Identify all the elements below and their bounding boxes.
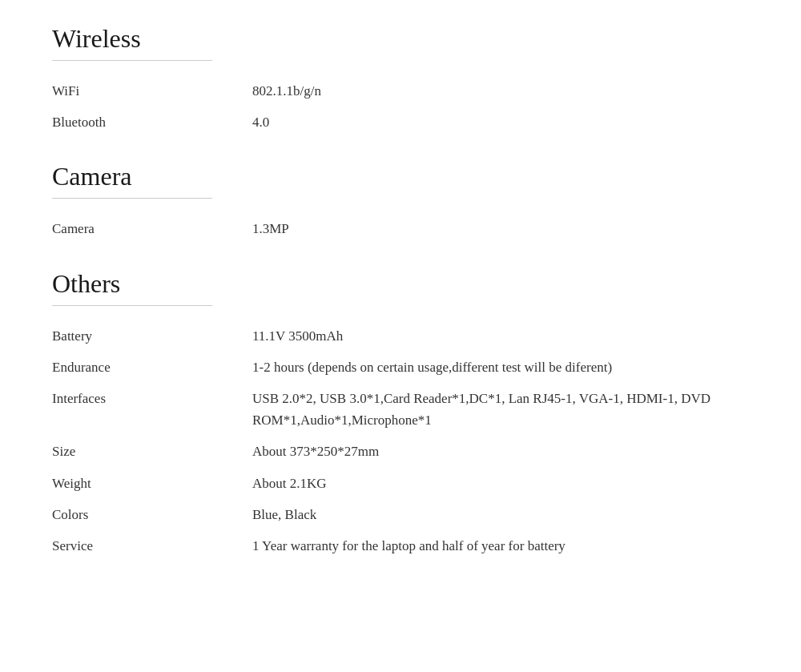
specs-container: WirelessWiFi802.1.1b/g/nBluetooth4.0Came… [0,8,801,594]
spec-label: Camera [52,213,252,244]
spec-value: Blue, Black [252,499,749,530]
table-row: WiFi802.1.1b/g/n [52,75,749,107]
spec-table-wireless: WiFi802.1.1b/g/nBluetooth4.0 [52,75,749,138]
table-row: Bluetooth4.0 [52,107,749,138]
spec-value: About 2.1KG [252,468,749,499]
section-divider-others [52,305,212,306]
section-title-camera: Camera [52,154,749,198]
spec-value: 1 Year warranty for the laptop and half … [252,530,749,561]
section-divider-camera [52,198,212,199]
table-row: Endurance1-2 hours (depends on certain u… [52,352,749,383]
spec-table-camera: Camera1.3MP [52,213,749,244]
table-row: InterfacesUSB 2.0*2, USB 3.0*1,Card Read… [52,383,749,436]
table-row: Battery11.1V 3500mAh [52,320,749,352]
spec-label: Endurance [52,352,252,383]
table-row: Service1 Year warranty for the laptop an… [52,530,749,561]
spec-value: 4.0 [252,107,749,138]
spec-label: Colors [52,499,252,530]
spec-label: Size [52,436,252,467]
spec-label: Bluetooth [52,107,252,138]
section-title-wireless: Wireless [52,16,749,60]
table-row: Camera1.3MP [52,213,749,244]
section-others: OthersBattery11.1V 3500mAhEndurance1-2 h… [52,261,749,562]
section-camera: CameraCamera1.3MP [52,154,749,244]
section-title-others: Others [52,261,749,305]
spec-value: USB 2.0*2, USB 3.0*1,Card Reader*1,DC*1,… [252,383,749,436]
spec-label: Weight [52,468,252,499]
section-divider-wireless [52,60,212,61]
spec-label: Battery [52,320,252,352]
spec-label: WiFi [52,75,252,107]
spec-label: Interfaces [52,383,252,436]
table-row: WeightAbout 2.1KG [52,468,749,499]
spec-value: 802.1.1b/g/n [252,75,749,107]
spec-value: 11.1V 3500mAh [252,320,749,352]
table-row: SizeAbout 373*250*27mm [52,436,749,467]
spec-value: 1-2 hours (depends on certain usage,diff… [252,352,749,383]
section-wireless: WirelessWiFi802.1.1b/g/nBluetooth4.0 [52,16,749,138]
spec-label: Service [52,530,252,561]
table-row: ColorsBlue, Black [52,499,749,530]
spec-value: About 373*250*27mm [252,436,749,467]
spec-table-others: Battery11.1V 3500mAhEndurance1-2 hours (… [52,320,749,562]
spec-value: 1.3MP [252,213,749,244]
